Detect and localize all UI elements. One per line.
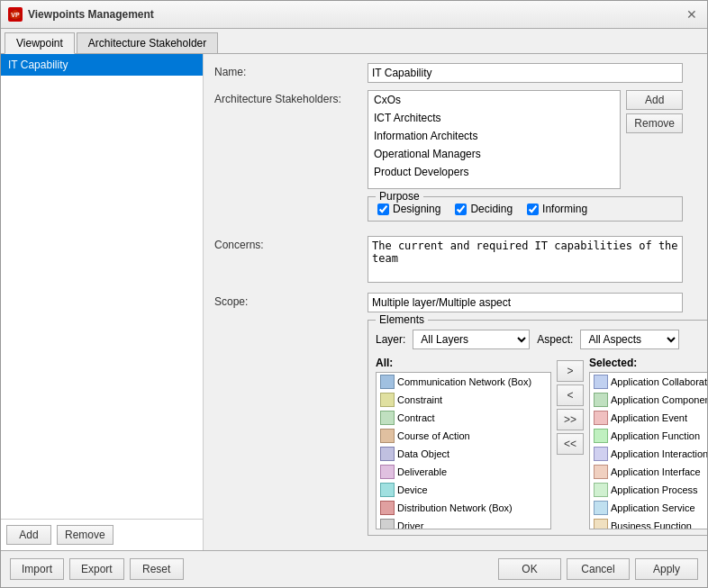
- item-icon: [594, 465, 608, 479]
- item-icon: [594, 501, 608, 515]
- bottom-bar: Import Export Reset OK Cancel Apply: [1, 550, 707, 587]
- item-icon: [380, 519, 395, 529]
- elements-legend: Elements: [376, 313, 428, 326]
- item-label: Distribution Network (Box): [397, 502, 513, 513]
- stakeholders-area: CxOs ICT Architects Information Architec…: [368, 90, 683, 189]
- stakeholder-cxos[interactable]: CxOs: [368, 91, 620, 109]
- list-item[interactable]: Communication Network (Box): [377, 373, 550, 391]
- item-label: Application Process: [611, 484, 698, 495]
- transfer-left-button[interactable]: <: [557, 384, 584, 406]
- transfer-all-right-button[interactable]: >>: [557, 409, 584, 430]
- stakeholder-info[interactable]: Information Architects: [368, 127, 620, 145]
- stakeholder-ict[interactable]: ICT Architects: [368, 109, 620, 127]
- stakeholders-label: Architecture Stakeholders:: [214, 90, 368, 105]
- item-icon: [380, 465, 395, 479]
- list-item[interactable]: Application Service: [590, 499, 707, 517]
- checkboxes: Designing Deciding Informing: [377, 203, 673, 215]
- viewpoint-item[interactable]: IT Capability: [1, 54, 203, 76]
- list-item[interactable]: Application Event: [590, 409, 707, 427]
- item-label: Deliverable: [397, 466, 447, 477]
- list-item[interactable]: Contract: [377, 409, 550, 427]
- all-elements-list: Communication Network (Box) Constraint C…: [376, 372, 551, 529]
- add-viewpoint-button[interactable]: Add: [6, 525, 51, 545]
- item-label: Application Collaboration: [611, 376, 707, 387]
- main-window: VP Viewpoints Management ✕ Viewpoint Arc…: [0, 0, 708, 588]
- name-input[interactable]: [368, 63, 683, 83]
- remove-viewpoint-button[interactable]: Remove: [57, 525, 113, 545]
- stk-add-button[interactable]: Add: [626, 90, 683, 110]
- list-item[interactable]: Distribution Network (Box): [377, 499, 550, 517]
- bottom-left: Import Export Reset: [10, 558, 184, 580]
- stakeholders-row: Architecture Stakeholders: CxOs ICT Arch…: [214, 90, 696, 189]
- viewpoint-list: IT Capability: [1, 54, 203, 519]
- list-item[interactable]: Application Function: [590, 427, 707, 445]
- list-item[interactable]: Driver: [377, 517, 550, 529]
- item-icon: [380, 375, 395, 389]
- item-label: Course of Action: [397, 430, 470, 441]
- list-item[interactable]: Application Interface: [590, 463, 707, 481]
- name-field: [368, 63, 683, 83]
- deciding-checkbox[interactable]: Deciding: [455, 203, 513, 215]
- list-item[interactable]: Application Component: [590, 391, 707, 409]
- item-label: Driver: [397, 520, 423, 529]
- scope-input[interactable]: [368, 293, 683, 312]
- item-label: Application Interaction: [611, 448, 707, 459]
- item-icon: [380, 483, 395, 497]
- all-list-container: All: Communication Network (Box) Constra…: [376, 357, 551, 529]
- item-label: Constraint: [397, 394, 442, 405]
- elements-spacer: [214, 320, 368, 322]
- item-icon: [380, 501, 395, 515]
- item-label: Device: [397, 484, 428, 495]
- left-bottom: Add Remove: [1, 519, 203, 550]
- informing-checkbox[interactable]: Informing: [527, 203, 587, 215]
- list-item[interactable]: Application Interaction: [590, 445, 707, 463]
- transfer-right-button[interactable]: >: [557, 360, 584, 382]
- tab-viewpoint[interactable]: Viewpoint: [5, 32, 75, 54]
- apply-button[interactable]: Apply: [635, 558, 698, 580]
- ok-button[interactable]: OK: [498, 558, 561, 580]
- item-label: Application Component: [611, 394, 707, 405]
- list-item[interactable]: Application Process: [590, 481, 707, 499]
- scope-row: Scope:: [214, 293, 696, 312]
- aspect-select[interactable]: All Aspects: [580, 330, 679, 349]
- designing-check[interactable]: [377, 204, 389, 215]
- item-icon: [594, 447, 608, 461]
- designing-checkbox[interactable]: Designing: [377, 203, 440, 215]
- reset-button[interactable]: Reset: [130, 558, 184, 580]
- list-item[interactable]: Application Collaboration: [590, 373, 707, 391]
- transfer-all-left-button[interactable]: <<: [557, 433, 584, 455]
- app-icon: VP: [8, 7, 23, 22]
- list-item[interactable]: Course of Action: [377, 427, 550, 445]
- tab-architecture-stakeholder[interactable]: Architecture Stakeholder: [77, 32, 218, 53]
- item-label: Application Service: [611, 502, 695, 513]
- selected-list-label: Selected:: [589, 357, 707, 369]
- item-label: Communication Network (Box): [397, 376, 531, 387]
- elements-transfer-area: All: Communication Network (Box) Constra…: [376, 357, 707, 529]
- close-button[interactable]: ✕: [684, 6, 700, 23]
- concerns-field: [368, 236, 683, 285]
- informing-check[interactable]: [527, 204, 539, 215]
- stakeholder-ops[interactable]: Operational Managers: [368, 145, 620, 163]
- list-item[interactable]: Device: [377, 481, 550, 499]
- export-button[interactable]: Export: [69, 558, 124, 580]
- item-icon: [380, 447, 395, 461]
- bottom-right: OK Cancel Apply: [498, 558, 698, 580]
- list-item[interactable]: Data Object: [377, 445, 550, 463]
- list-item[interactable]: Deliverable: [377, 463, 550, 481]
- cancel-button[interactable]: Cancel: [567, 558, 630, 580]
- right-panel: Name: Architecture Stakeholders: CxOs IC…: [204, 54, 707, 550]
- deciding-check[interactable]: [455, 204, 467, 215]
- layer-select[interactable]: All Layers: [413, 330, 530, 349]
- selected-elements-list: Application Collaboration Application Co…: [589, 372, 707, 529]
- item-icon: [594, 519, 608, 529]
- stakeholder-prod[interactable]: Product Developers: [368, 163, 620, 181]
- list-item[interactable]: Business Function: [590, 517, 707, 529]
- stk-remove-button[interactable]: Remove: [626, 113, 683, 133]
- layer-label: Layer:: [376, 333, 405, 346]
- all-list-label: All:: [376, 357, 551, 369]
- item-label: Application Function: [611, 430, 700, 441]
- purpose-group: Purpose Designing Deciding: [368, 196, 683, 222]
- concerns-input[interactable]: [368, 236, 683, 283]
- list-item[interactable]: Constraint: [377, 391, 550, 409]
- import-button[interactable]: Import: [10, 558, 64, 580]
